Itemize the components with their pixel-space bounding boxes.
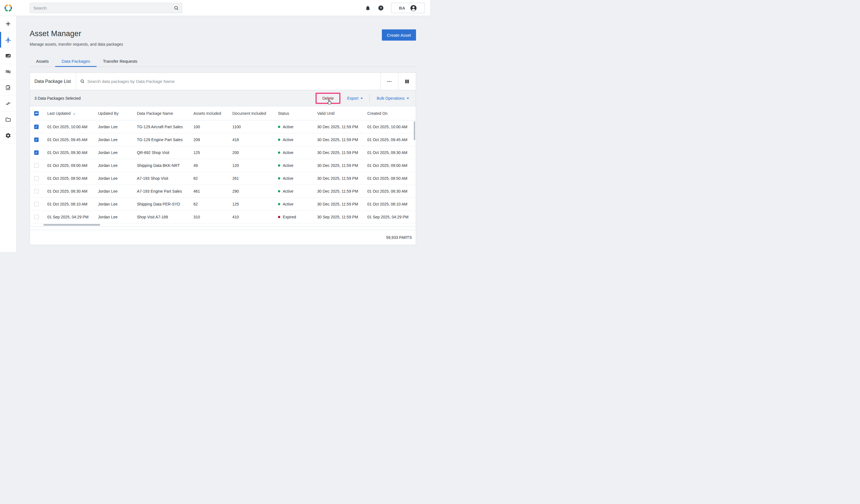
select-all-checkbox[interactable] (34, 111, 39, 116)
search-icon[interactable] (174, 5, 179, 11)
global-search-input[interactable] (30, 5, 174, 10)
sidebar-item-files[interactable] (0, 112, 16, 128)
app-logo-icon[interactable] (4, 4, 13, 12)
cell-updated-by: Jordan Lee (94, 138, 132, 142)
column-header-created-on[interactable]: Created On (363, 111, 416, 116)
row-checkbox[interactable] (34, 163, 39, 168)
sidebar-item-asset-manager[interactable] (0, 32, 16, 48)
sidebar-item-transfers[interactable] (0, 96, 16, 112)
cell-assets: 209 (189, 138, 228, 142)
table-row[interactable]: 01 Oct 2025, 10:00 AMJordan LeeTG-129 Ai… (30, 120, 416, 133)
status-label: Active (283, 163, 293, 168)
cell-last-updated: 01 Oct 2025, 10:00 AM (43, 125, 94, 129)
cell-assets: 49 (189, 163, 228, 168)
table-row[interactable]: 01 Oct 2025, 08:30 AMJordan LeeA7-193 En… (30, 185, 416, 198)
column-header-assets-included[interactable]: Assets Included (189, 111, 228, 116)
sidebar-item-approvals[interactable] (0, 80, 16, 96)
sidebar-item-add[interactable] (0, 16, 16, 32)
status-label: Active (283, 176, 293, 181)
status-label: Active (283, 150, 293, 155)
cell-documents: 418 (228, 138, 273, 142)
top-bar: ? BA (0, 0, 430, 16)
account-menu[interactable]: BA (391, 3, 425, 13)
tab-transfer-requests[interactable]: Transfer Requests (97, 57, 144, 67)
chevron-down-icon (407, 98, 409, 99)
plus-icon (5, 21, 11, 27)
table-header-row: Last Updated↓Updated ByData Package Name… (30, 106, 416, 120)
cell-updated-by: Jordan Lee (94, 202, 132, 206)
row-checkbox[interactable] (34, 176, 39, 181)
cell-valid-until: 30 Dec 2025, 11:59 PM (313, 125, 363, 129)
columns-icon (404, 79, 410, 84)
table-row[interactable]: 01 Sep 2025, 04:29 PMJordan LeeShop Visi… (30, 211, 416, 224)
cell-name: Shop Visit A7-189 (132, 215, 189, 219)
tab-assets[interactable]: Assets (30, 57, 55, 67)
user-initials: BA (399, 5, 405, 10)
cell-documents: 125 (228, 202, 273, 206)
cell-status: Active (273, 125, 313, 129)
more-options-button[interactable] (381, 73, 398, 90)
cell-valid-until: 30 Dec 2025, 11:59 PM (313, 202, 363, 206)
vertical-scrollbar-thumb[interactable] (414, 121, 415, 140)
cell-created-on: 01 Oct 2025, 10:00 AM (363, 125, 416, 129)
cell-status: Active (273, 150, 313, 155)
cell-created-on: 01 Oct 2025, 08:30 AM (363, 189, 416, 193)
cell-created-on: 01 Oct 2025, 08:50 AM (363, 176, 416, 181)
cell-last-updated: 01 Oct 2025, 08:10 AM (43, 202, 94, 206)
cell-last-updated: 01 Oct 2025, 09:45 AM (43, 138, 94, 142)
package-search-input[interactable] (87, 79, 381, 84)
table-row[interactable]: 01 Oct 2025, 09:30 AMJordan LeeQR-692 Sh… (30, 146, 416, 159)
column-header-document-included[interactable]: Document Included (228, 111, 273, 116)
create-asset-button[interactable]: Create Asset (382, 29, 416, 41)
column-header-data-package-name[interactable]: Data Package Name (132, 111, 189, 116)
table-footer: 59,933 PARTS (30, 230, 416, 245)
row-checkbox[interactable] (34, 138, 39, 142)
cell-status: Active (273, 138, 313, 142)
cell-documents: 120 (228, 163, 273, 168)
cell-documents: 261 (228, 176, 273, 181)
cell-documents: 1100 (228, 125, 273, 129)
table-row[interactable]: 01 Oct 2025, 09:00 AMJordan LeeShipping … (30, 159, 416, 172)
avatar-icon (410, 4, 417, 12)
horizontal-scrollbar (30, 224, 416, 227)
ellipsis-icon (387, 79, 392, 84)
sidebar-item-package-sync[interactable] (0, 64, 16, 80)
bulk-operations-button[interactable]: Bulk Operations (374, 95, 412, 102)
notifications-bell-icon[interactable] (365, 5, 371, 11)
table-row[interactable]: 01 Oct 2025, 08:10 AMJordan LeeShipping … (30, 198, 416, 211)
tab-data-packages[interactable]: Data Packages (55, 57, 97, 67)
cell-last-updated: 01 Oct 2025, 08:30 AM (43, 189, 94, 193)
cell-assets: 461 (189, 189, 228, 193)
export-button[interactable]: Export (344, 95, 366, 102)
cell-documents: 290 (228, 189, 273, 193)
cell-name: TG-129 Aircraft Part Sales (132, 125, 189, 129)
row-checkbox[interactable] (34, 189, 39, 193)
cell-created-on: 01 Sep 2025, 04:29 PM (363, 215, 416, 219)
cell-name: Shipping Data BKK-NRT (132, 163, 189, 168)
table-row[interactable]: 01 Oct 2025, 08:50 AMJordan LeeA7-193 Sh… (30, 172, 416, 185)
delete-button[interactable]: Delete (318, 95, 338, 102)
cell-documents: 200 (228, 150, 273, 155)
column-header-status[interactable]: Status (273, 111, 313, 116)
horizontal-scrollbar-thumb[interactable] (43, 224, 100, 226)
help-icon[interactable]: ? (378, 5, 384, 11)
cell-valid-until: 30 Sep 2025, 11:59 PM (313, 215, 363, 219)
parts-total-label: 59,933 PARTS (386, 235, 412, 240)
row-checkbox[interactable] (34, 215, 39, 219)
columns-button[interactable] (398, 73, 416, 90)
main-content: Asset Manager Manage assets, transfer re… (16, 16, 430, 252)
column-header-last-updated[interactable]: Last Updated↓ (43, 111, 94, 116)
table-row[interactable]: 01 Oct 2025, 09:45 AMJordan LeeTG-129 En… (30, 133, 416, 146)
cell-created-on: 01 Oct 2025, 09:00 AM (363, 163, 416, 168)
sidebar-item-analytics[interactable] (0, 48, 16, 64)
column-header-updated-by[interactable]: Updated By (94, 111, 132, 116)
status-dot-icon (278, 190, 280, 192)
transfer-arrows-icon (5, 101, 11, 107)
row-checkbox[interactable] (34, 125, 39, 129)
row-checkbox[interactable] (34, 150, 39, 155)
cell-updated-by: Jordan Lee (94, 125, 132, 129)
cell-valid-until: 30 Dec 2025, 11:59 PM (313, 176, 363, 181)
column-header-valid-until[interactable]: Valid Until (313, 111, 363, 116)
row-checkbox[interactable] (34, 202, 39, 206)
sidebar-item-settings[interactable] (0, 128, 16, 144)
